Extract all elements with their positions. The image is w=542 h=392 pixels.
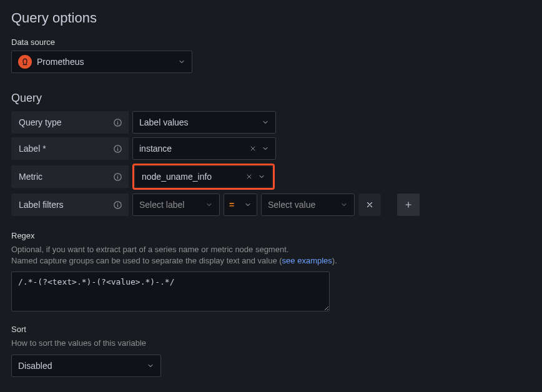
info-icon bbox=[112, 172, 122, 182]
datasource-select[interactable]: Prometheus bbox=[11, 51, 192, 73]
regex-input[interactable] bbox=[11, 272, 330, 311]
filter-value-select[interactable]: Select value bbox=[261, 194, 355, 216]
add-filter-button[interactable] bbox=[397, 194, 420, 216]
query-type-value: Label values bbox=[139, 117, 257, 127]
filter-label-select[interactable]: Select label bbox=[132, 194, 220, 216]
page-title: Query options bbox=[11, 10, 531, 26]
chevron-down-icon bbox=[178, 58, 185, 66]
sort-label: Sort bbox=[11, 325, 531, 334]
filter-operator-value: = bbox=[229, 200, 239, 210]
filter-label-placeholder: Select label bbox=[139, 200, 200, 210]
regex-label: Regex bbox=[11, 231, 531, 240]
prometheus-icon bbox=[18, 55, 32, 69]
labelfilters-label: Label filters bbox=[11, 194, 129, 216]
label-label: Label * bbox=[11, 137, 129, 160]
chevron-down-icon bbox=[262, 119, 269, 126]
chevron-down-icon bbox=[244, 201, 252, 208]
label-select[interactable]: instance bbox=[132, 137, 276, 160]
metric-highlight-box: node_uname_info bbox=[132, 164, 275, 190]
query-section-title: Query bbox=[11, 92, 531, 105]
chevron-down-icon bbox=[258, 173, 265, 180]
clear-icon[interactable] bbox=[245, 173, 253, 180]
see-examples-link[interactable]: see examples bbox=[282, 256, 332, 265]
sort-value: Disabled bbox=[18, 361, 142, 371]
datasource-value: Prometheus bbox=[37, 57, 173, 67]
label-value: instance bbox=[139, 144, 244, 154]
info-icon bbox=[112, 144, 122, 154]
sort-select[interactable]: Disabled bbox=[11, 355, 161, 377]
info-icon bbox=[112, 117, 122, 127]
filter-value-placeholder: Select value bbox=[268, 200, 335, 210]
regex-help: Optional, if you want to extract part of… bbox=[11, 244, 531, 267]
metric-value: node_uname_info bbox=[142, 172, 240, 182]
query-type-label: Query type bbox=[11, 111, 129, 134]
chevron-down-icon bbox=[147, 362, 154, 370]
chevron-down-icon bbox=[340, 201, 348, 208]
info-icon bbox=[112, 200, 122, 210]
close-icon bbox=[365, 200, 374, 209]
datasource-label: Data source bbox=[11, 37, 531, 47]
query-type-select[interactable]: Label values bbox=[132, 111, 276, 134]
filter-operator-select[interactable]: = bbox=[224, 194, 257, 216]
metric-label: Metric bbox=[11, 165, 129, 188]
plus-icon bbox=[404, 200, 413, 209]
chevron-down-icon bbox=[262, 145, 269, 152]
metric-select[interactable]: node_uname_info bbox=[136, 167, 272, 187]
chevron-down-icon bbox=[205, 201, 213, 208]
clear-icon[interactable] bbox=[249, 145, 257, 152]
remove-filter-button[interactable] bbox=[358, 194, 381, 216]
sort-help: How to sort the values of this variable bbox=[11, 338, 531, 349]
